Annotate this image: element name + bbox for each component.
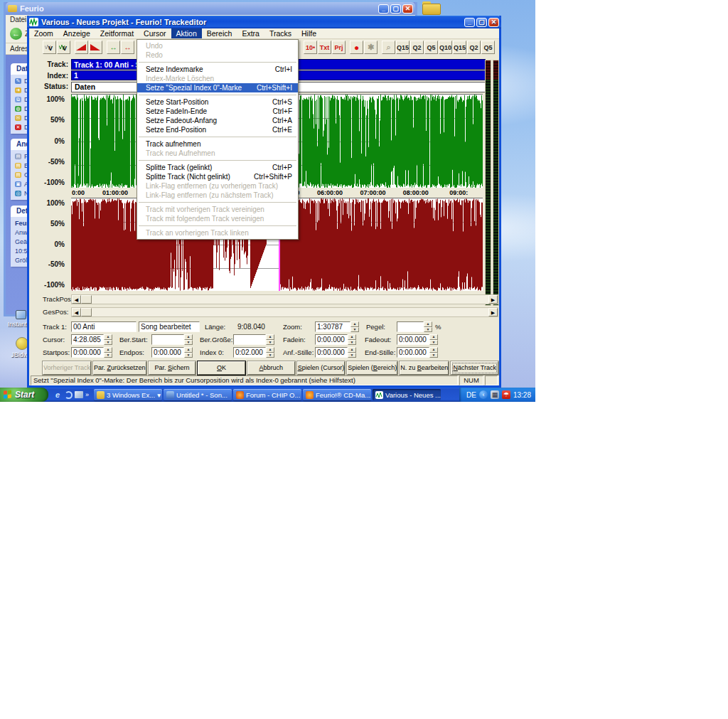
menubar-item-aktion[interactable]: Aktion bbox=[171, 28, 202, 38]
maximize-button[interactable]: ▢ bbox=[476, 18, 487, 27]
quick-zoom-button-q2-5[interactable]: Q2 bbox=[467, 41, 481, 54]
field-endpos[interactable]: 0:00.000▲▼ bbox=[151, 347, 193, 358]
n-zu-bearbeiten-button[interactable]: N. zu Bearbeiten bbox=[400, 361, 449, 375]
spinner-arrows[interactable]: ▲▼ bbox=[350, 321, 359, 332]
menu-item-setze-fadein-ende[interactable]: Setze FadeIn-EndeCtrl+F bbox=[137, 107, 298, 116]
menu-item-splitte-track-nicht-gelinkt[interactable]: Splitte Track (Nicht gelinkt)Ctrl+Shift+… bbox=[137, 172, 298, 181]
close-button[interactable]: ✕ bbox=[488, 18, 499, 27]
field-input-track-1[interactable]: 00 Anti bbox=[71, 321, 136, 332]
spinner-arrows[interactable]: ▲▼ bbox=[429, 347, 438, 358]
field-fadein[interactable]: 0:00.000▲▼ bbox=[315, 334, 356, 345]
menubar-item-extra[interactable]: Extra bbox=[237, 28, 264, 38]
explorer-minimize-button[interactable]: _ bbox=[378, 4, 389, 14]
fade-out-button[interactable] bbox=[89, 41, 102, 54]
quick-zoom-button-q15-4[interactable]: Q15 bbox=[453, 41, 466, 54]
quick-zoom-button-q2-1[interactable]: Q2 bbox=[410, 41, 424, 54]
par-sichern-button[interactable]: Par. Sichern bbox=[149, 361, 196, 375]
field-end-stille[interactable]: 0:00.000▲▼ bbox=[397, 347, 438, 358]
scroll-right-icon[interactable]: ▶ bbox=[488, 308, 498, 316]
scroll-thumb[interactable] bbox=[81, 308, 92, 316]
quick-zoom-button-q15-0[interactable]: Q15 bbox=[396, 41, 410, 54]
trackpos-scrollbar[interactable]: ◀ ▶ bbox=[71, 294, 498, 304]
field-track-1[interactable]: 00 Anti bbox=[71, 321, 136, 332]
field-input-pegel[interactable] bbox=[397, 321, 424, 332]
gespos-scrollbar[interactable]: ◀ ▶ bbox=[71, 307, 498, 317]
spinner-arrows[interactable]: ▲▼ bbox=[104, 347, 112, 358]
abbruch-button[interactable]: Abbruch bbox=[247, 361, 295, 375]
field-zoom[interactable]: 1:30787▲▼ bbox=[315, 321, 359, 332]
display-tray-icon[interactable]: ▦ bbox=[491, 390, 499, 399]
field-anf-stille[interactable]: 0:00.000▲▼ bbox=[315, 347, 356, 358]
scroll-thumb[interactable] bbox=[81, 295, 92, 304]
field-startpos[interactable]: 0:00.000▲▼ bbox=[71, 347, 112, 358]
prj-button[interactable]: Prj bbox=[332, 41, 346, 54]
quick-zoom-button-q5-2[interactable]: Q5 bbox=[424, 41, 438, 54]
menu-item-setze-indexmarke[interactable]: Setze IndexmarkeCtrl+I bbox=[137, 65, 298, 74]
field-song-bearbeitet[interactable]: Song bearbeitet bbox=[139, 321, 200, 332]
menu-item-setze-start-position[interactable]: Setze Start-PositionCtrl+S bbox=[137, 97, 298, 107]
avira-umbrella-icon[interactable]: ☂ bbox=[502, 390, 510, 399]
menubar-item-hilfe[interactable]: Hilfe bbox=[296, 28, 321, 38]
field-input-endpos[interactable]: 0:00.000 bbox=[151, 347, 184, 358]
n-chster-track-button[interactable]: Nächster Track bbox=[451, 361, 498, 375]
field-input-zoom[interactable]: 1:30787 bbox=[315, 321, 350, 332]
explorer-titlebar[interactable]: Feurio _ ▢ ✕ bbox=[6, 2, 415, 15]
field-ber-gr-e[interactable]: ▲▼ bbox=[233, 334, 274, 345]
start-button[interactable]: Start bbox=[0, 388, 48, 402]
menubar-item-bereich[interactable]: Bereich bbox=[202, 28, 237, 38]
field-fadeout[interactable]: 0:00.000▲▼ bbox=[397, 334, 438, 345]
stop-record-button[interactable]: ✱ bbox=[364, 41, 378, 54]
scroll-right-icon[interactable]: ▶ bbox=[488, 295, 498, 304]
field-input-text[interactable]: Song bearbeitet bbox=[139, 321, 200, 332]
back-icon[interactable]: ← bbox=[10, 28, 22, 40]
txt-button[interactable]: Txt bbox=[318, 41, 331, 54]
menu-item-setze-fadeout-anfang[interactable]: Setze Fadeout-AnfangCtrl+A bbox=[137, 116, 298, 125]
fade-in-button[interactable] bbox=[75, 41, 88, 54]
menu-item-track-aufnehmen[interactable]: Track aufnehmen bbox=[137, 139, 298, 149]
messenger-tray-icon[interactable]: ‹ bbox=[479, 390, 488, 399]
quicklaunch-overflow-chevron[interactable]: » bbox=[85, 391, 89, 398]
track-overview-strips[interactable] bbox=[485, 60, 499, 306]
spielen-cursor-button[interactable]: Spielen (Cursor) bbox=[297, 361, 346, 375]
wave-marker-button-1[interactable]: V bbox=[43, 41, 56, 54]
field-pegel[interactable]: ▲▼ bbox=[397, 321, 432, 332]
field-input-index-0[interactable]: 0:02.000 bbox=[233, 347, 266, 358]
spinner-arrows[interactable]: ▲▼ bbox=[424, 321, 432, 332]
quick-zoom-button-q10-3[interactable]: Q10 bbox=[439, 41, 452, 54]
taskbar-button-various-neues[interactable]: Various - Neues ... bbox=[373, 389, 441, 400]
explorer-maximize-button[interactable]: ▢ bbox=[390, 4, 401, 14]
taskbar-button-forum-chip-o[interactable]: Forum - CHIP O... bbox=[233, 389, 301, 400]
field-input-fadeout[interactable]: 0:00.000 bbox=[397, 334, 429, 345]
explorer-close-button[interactable]: ✕ bbox=[402, 4, 413, 14]
language-indicator[interactable]: DE bbox=[466, 391, 476, 399]
menu-item-setze-end-position[interactable]: Setze End-PositionCtrl+E bbox=[137, 125, 298, 134]
zoom-range-red-button[interactable]: ↔ bbox=[121, 41, 134, 54]
spinner-arrows[interactable]: ▲▼ bbox=[266, 347, 274, 358]
scroll-left-icon[interactable]: ◀ bbox=[72, 308, 81, 316]
taskbar-button-3-windows-ex[interactable]: 3 Windows Ex...▾ bbox=[94, 389, 162, 400]
spinner-arrows[interactable]: ▲▼ bbox=[348, 334, 356, 345]
field-input-anf-stille[interactable]: 0:00.000 bbox=[315, 347, 348, 358]
wave-marker-button-2[interactable]: V bbox=[57, 41, 70, 54]
field-input-startpos[interactable]: 0:00.000 bbox=[71, 347, 104, 358]
marks-10-button[interactable]: 10• bbox=[304, 41, 317, 54]
scroll-left-icon[interactable]: ◀ bbox=[72, 295, 81, 304]
field-input-cursor[interactable]: 4:28.085 bbox=[71, 334, 104, 345]
spinner-arrows[interactable]: ▲▼ bbox=[266, 334, 274, 345]
quick-zoom-button-q5-6[interactable]: Q5 bbox=[481, 41, 495, 54]
field-index-0[interactable]: 0:02.000▲▼ bbox=[233, 347, 274, 358]
par-zur-cksetzen-button[interactable]: Par. Zurücksetzen bbox=[93, 361, 146, 375]
spinner-arrows[interactable]: ▲▼ bbox=[184, 334, 193, 345]
spinner-arrows[interactable]: ▲▼ bbox=[429, 334, 438, 345]
menu-item-splitte-track-gelinkt[interactable]: Splitte Track (gelinkt)Ctrl+P bbox=[137, 163, 298, 172]
field-input-fadein[interactable]: 0:00.000 bbox=[315, 334, 348, 345]
menubar-item-tracks[interactable]: Tracks bbox=[264, 28, 296, 38]
zoom-range-green-button[interactable]: ↔ bbox=[107, 41, 120, 54]
field-ber-start[interactable]: ▲▼ bbox=[151, 334, 193, 345]
menu-item-setze-spezial-index-0-marke[interactable]: Setze "Spezial Index 0"-MarkeCtrl+Shift+… bbox=[137, 83, 298, 92]
ok-button[interactable]: OK bbox=[198, 361, 245, 375]
field-input-end-stille[interactable]: 0:00.000 bbox=[397, 347, 429, 358]
spinner-arrows[interactable]: ▲▼ bbox=[184, 347, 193, 358]
spinner-arrows[interactable]: ▲▼ bbox=[348, 347, 356, 358]
menubar-item-cursor[interactable]: Cursor bbox=[139, 28, 171, 38]
